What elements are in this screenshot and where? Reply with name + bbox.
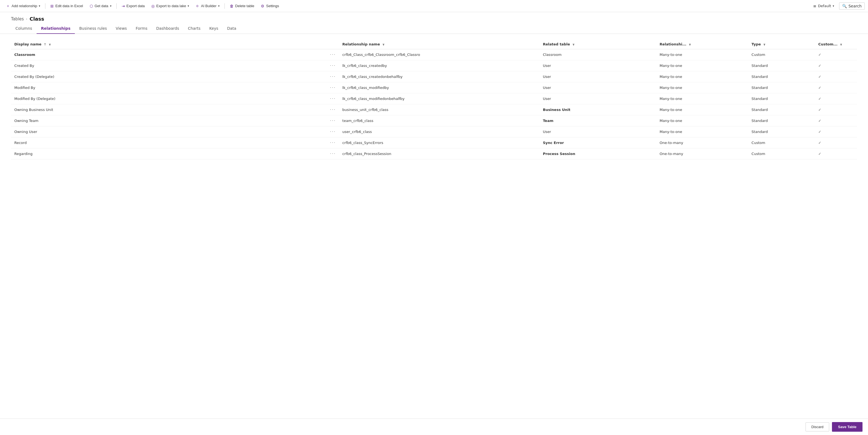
sort-filter-icon: ∨ <box>49 43 51 46</box>
cell-row-menu[interactable]: ··· <box>327 148 339 160</box>
col-header-relationship-type[interactable]: Relationshi... ∨ <box>656 39 748 49</box>
tab-views[interactable]: Views <box>112 23 131 34</box>
dots-menu-icon[interactable]: ··· <box>330 107 336 112</box>
col-header-custom[interactable]: Custom... ∨ <box>815 39 857 49</box>
cell-type: Standard <box>748 60 815 71</box>
dots-menu-icon[interactable]: ··· <box>330 74 336 79</box>
dots-menu-icon[interactable]: ··· <box>330 52 336 57</box>
cell-row-menu[interactable]: ··· <box>327 115 339 126</box>
cell-custom: ✓ <box>815 148 857 160</box>
col-header-type[interactable]: Type ∨ <box>748 39 815 49</box>
search-box[interactable]: 🔍 Search <box>839 2 865 10</box>
ai-chevron-icon: ▾ <box>218 4 220 7</box>
tab-keys[interactable]: Keys <box>205 23 223 34</box>
cell-row-menu[interactable]: ··· <box>327 126 339 137</box>
cell-relationship-type: One-to-many <box>656 137 748 148</box>
toolbar-right: ≡ Default ▾ 🔍 Search <box>810 2 865 10</box>
dots-menu-icon[interactable]: ··· <box>330 96 336 101</box>
discard-button[interactable]: Discard <box>806 422 829 431</box>
cell-row-menu[interactable]: ··· <box>327 104 339 115</box>
cell-related-table: User <box>539 82 656 93</box>
cell-type: Custom <box>748 49 815 60</box>
check-icon: ✓ <box>818 86 821 90</box>
cell-custom: ✓ <box>815 71 857 82</box>
default-label: Default <box>818 4 831 8</box>
tab-charts[interactable]: Charts <box>184 23 205 34</box>
dots-menu-icon[interactable]: ··· <box>330 63 336 68</box>
cell-row-menu[interactable]: ··· <box>327 60 339 71</box>
tab-bar: Columns Relationships Business rules Vie… <box>0 23 868 34</box>
cell-display-name: Created By <box>11 60 327 71</box>
export-data-button[interactable]: ⇥ Export data <box>119 2 148 10</box>
cell-type: Custom <box>748 148 815 160</box>
cell-related-table: Business Unit <box>539 104 656 115</box>
delete-icon: 🗑 <box>230 4 234 8</box>
dots-menu-icon[interactable]: ··· <box>330 129 336 134</box>
cell-row-menu[interactable]: ··· <box>327 82 339 93</box>
get-data-label: Get data <box>95 4 108 8</box>
check-icon: ✓ <box>818 53 821 57</box>
data-icon: ⬡ <box>90 4 93 8</box>
cell-row-menu[interactable]: ··· <box>327 71 339 82</box>
tab-data[interactable]: Data <box>223 23 241 34</box>
breadcrumb-tables-link[interactable]: Tables <box>11 17 24 22</box>
settings-icon: ⚙ <box>261 4 265 8</box>
col-header-related-table[interactable]: Related table ∨ <box>539 39 656 49</box>
relname-sort-icon: ∨ <box>382 43 384 46</box>
ai-builder-button[interactable]: ⚛ AI Builder ▾ <box>193 2 222 10</box>
cell-custom: ✓ <box>815 115 857 126</box>
save-table-button[interactable]: Save Table <box>832 422 863 432</box>
dots-menu-icon[interactable]: ··· <box>330 140 336 145</box>
type-sort-icon: ∨ <box>763 43 766 46</box>
export-data-label: Export data <box>127 4 145 8</box>
cell-relationship-type: One-to-many <box>656 148 748 160</box>
get-data-button[interactable]: ⬡ Get data ▾ <box>87 2 114 10</box>
cell-row-menu[interactable]: ··· <box>327 137 339 148</box>
cell-row-menu[interactable]: ··· <box>327 93 339 104</box>
tab-columns[interactable]: Columns <box>11 23 37 34</box>
cell-display-name: Owning Team <box>11 115 327 126</box>
tab-business-rules[interactable]: Business rules <box>75 23 112 34</box>
dots-menu-icon[interactable]: ··· <box>330 118 336 123</box>
delete-table-button[interactable]: 🗑 Delete table <box>227 2 257 10</box>
page-title: Class <box>29 16 44 22</box>
check-icon: ✓ <box>818 119 821 123</box>
cell-related-table: User <box>539 60 656 71</box>
col-header-relationship-name[interactable]: Relationship name ∨ <box>339 39 539 49</box>
relationships-table: Display name ↑ ∨ Relationship name ∨ Rel… <box>11 39 857 160</box>
table-row: Owning User···user_crfb6_classUserMany-t… <box>11 126 857 137</box>
tab-relationships[interactable]: Relationships <box>37 23 75 34</box>
export-lake-button[interactable]: ◎ Export to data lake ▾ <box>149 2 192 10</box>
add-relationship-button[interactable]: ＋ Add relationship ▾ <box>3 2 43 10</box>
cell-type: Standard <box>748 93 815 104</box>
dots-menu-icon[interactable]: ··· <box>330 151 336 156</box>
cell-relationship-type: Many-to-one <box>656 60 748 71</box>
cell-relationship-name: team_crfb6_class <box>339 115 539 126</box>
custom-sort-icon: ∨ <box>840 43 842 46</box>
cell-row-menu[interactable]: ··· <box>327 49 339 60</box>
edit-excel-button[interactable]: ⊞ Edit data in Excel <box>48 2 86 10</box>
cell-relationship-type: Many-to-one <box>656 93 748 104</box>
table-header-row: Display name ↑ ∨ Relationship name ∨ Rel… <box>11 39 857 49</box>
cell-type: Standard <box>748 126 815 137</box>
check-icon: ✓ <box>818 141 821 145</box>
default-view-selector[interactable]: ≡ Default ▾ <box>810 3 837 9</box>
tab-dashboards[interactable]: Dashboards <box>152 23 184 34</box>
tab-forms[interactable]: Forms <box>131 23 152 34</box>
cell-related-table: User <box>539 71 656 82</box>
cell-relationship-name: business_unit_crfb6_class <box>339 104 539 115</box>
cell-relationship-name: lk_crfb6_class_modifiedby <box>339 82 539 93</box>
cell-relationship-type: Many-to-one <box>656 115 748 126</box>
excel-icon: ⊞ <box>50 4 54 8</box>
dots-menu-icon[interactable]: ··· <box>330 85 336 90</box>
cell-custom: ✓ <box>815 93 857 104</box>
settings-button[interactable]: ⚙ Settings <box>258 2 282 10</box>
cell-relationship-name: crfb6_Class_crfb6_Classroom_crfb6_Classr… <box>339 49 539 60</box>
check-icon: ✓ <box>818 152 821 156</box>
breadcrumb-chevron-icon: › <box>26 17 28 21</box>
check-icon: ✓ <box>818 75 821 79</box>
col-header-display-name[interactable]: Display name ↑ ∨ <box>11 39 327 49</box>
cell-display-name: Created By (Delegate) <box>11 71 327 82</box>
cell-display-name: Record <box>11 137 327 148</box>
check-icon: ✓ <box>818 97 821 101</box>
